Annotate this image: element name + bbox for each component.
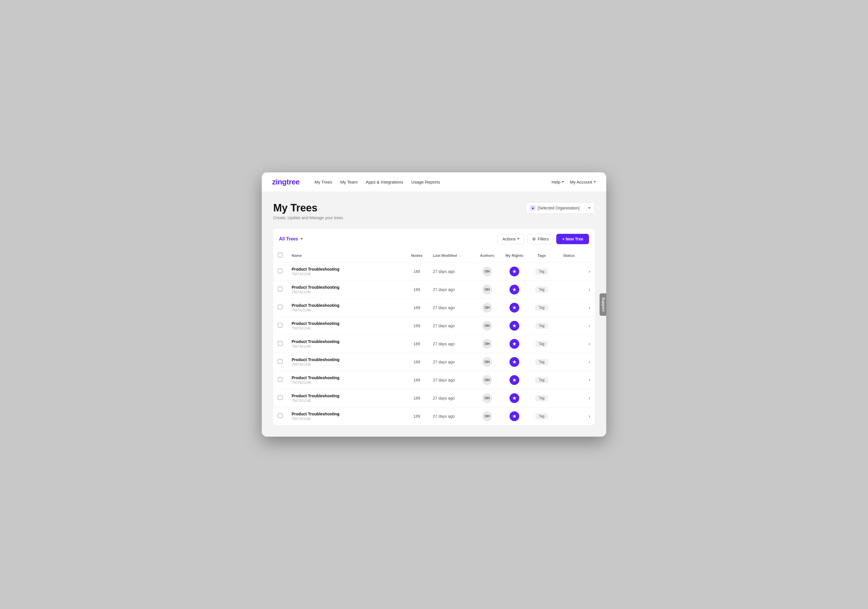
tag-badge: Tag <box>535 286 548 293</box>
star-badge: ★ <box>510 285 519 294</box>
tree-name: Product Troubleshooting <box>291 267 401 272</box>
star-badge: ★ <box>510 393 519 403</box>
help-label: Help <box>552 180 561 185</box>
table-row[interactable]: Product Troubleshooting 7567421246 189 2… <box>273 298 595 317</box>
filters-button[interactable]: ⚙ Filters <box>527 234 553 244</box>
row-last-modified: 27 days ago <box>428 298 474 317</box>
row-nodes: 189 <box>405 335 428 353</box>
row-checkbox-cell <box>273 389 287 407</box>
nav-link-usage-reports[interactable]: Usage Reports <box>411 180 440 185</box>
row-chevron[interactable]: › <box>583 298 595 317</box>
row-rights: ★ <box>500 298 529 317</box>
main-content: My Trees Create, Update and Manage your … <box>262 192 606 437</box>
row-chevron[interactable]: › <box>583 389 595 407</box>
row-tags: Tag <box>529 371 555 389</box>
row-chevron[interactable]: › <box>583 335 595 353</box>
nav-link-apps-integrations[interactable]: Apps & Integrations <box>366 180 403 185</box>
row-authors: OH <box>474 371 500 389</box>
row-status <box>555 317 583 335</box>
star-badge: ★ <box>510 339 519 349</box>
row-chevron[interactable]: › <box>583 353 595 371</box>
table-row[interactable]: Product Troubleshooting 7567421246 189 2… <box>273 353 595 371</box>
table-row[interactable]: Product Troubleshooting 7567421246 189 2… <box>273 317 595 335</box>
col-authors: Authors <box>474 249 500 263</box>
row-rights: ★ <box>500 280 529 298</box>
table-row[interactable]: Product Troubleshooting 7567421246 189 2… <box>273 335 595 353</box>
all-trees-button[interactable]: All Trees <box>279 236 303 242</box>
app-window: zingtree My Trees My Team Apps & Integra… <box>262 172 606 437</box>
author-badge: OH <box>482 339 492 349</box>
nav-link-my-trees[interactable]: My Trees <box>315 180 332 185</box>
org-chevron-icon <box>588 207 591 209</box>
new-tree-button[interactable]: + New Tree <box>556 234 589 244</box>
col-check <box>273 249 287 263</box>
row-checkbox-8[interactable] <box>278 413 282 418</box>
table-container: All Trees Actions ⚙ Filters + New Tree <box>273 229 595 425</box>
table-row[interactable]: Product Troubleshooting 7567421246 189 2… <box>273 371 595 389</box>
row-checkbox-2[interactable] <box>278 305 282 309</box>
row-checkbox-1[interactable] <box>278 287 282 291</box>
tree-id: 7567421246 <box>291 399 401 403</box>
row-checkbox-7[interactable] <box>278 395 282 400</box>
row-authors: OH <box>474 262 500 280</box>
tag-badge: Tag <box>535 413 548 419</box>
col-last-modified[interactable]: Last Modified ↓ <box>428 249 474 263</box>
row-name-cell: Product Troubleshooting 7567421246 <box>287 262 405 280</box>
row-checkbox-5[interactable] <box>278 359 282 364</box>
row-name-cell: Product Troubleshooting 7567421246 <box>287 389 405 407</box>
row-chevron[interactable]: › <box>583 407 595 425</box>
table-row[interactable]: Product Troubleshooting 7567421246 189 2… <box>273 280 595 298</box>
row-checkbox-cell <box>273 262 287 280</box>
author-badge: OH <box>482 357 492 367</box>
actions-label: Actions <box>502 237 516 241</box>
author-badge: OH <box>482 285 492 294</box>
all-trees-chevron-icon <box>301 238 303 239</box>
col-name: Name <box>287 249 405 263</box>
help-button[interactable]: Help <box>552 180 564 185</box>
select-all-checkbox[interactable] <box>278 253 282 257</box>
actions-button[interactable]: Actions <box>498 234 524 244</box>
my-account-chevron-icon <box>594 181 596 183</box>
table-row[interactable]: Product Troubleshooting 7567421246 189 2… <box>273 262 595 280</box>
row-tags: Tag <box>529 335 555 353</box>
row-rights: ★ <box>500 262 529 280</box>
support-tab[interactable]: Support <box>599 293 606 316</box>
page-subtitle: Create, Update and Manage your trees. <box>273 216 344 220</box>
tree-id: 7567421246 <box>291 381 401 385</box>
tree-id: 7567421246 <box>291 308 401 312</box>
table-row[interactable]: Product Troubleshooting 7567421246 189 2… <box>273 407 595 425</box>
row-chevron[interactable]: › <box>583 317 595 335</box>
row-authors: OH <box>474 317 500 335</box>
tag-badge: Tag <box>535 268 548 275</box>
row-nodes: 189 <box>405 317 428 335</box>
row-last-modified: 27 days ago <box>428 389 474 407</box>
row-chevron[interactable]: › <box>583 280 595 298</box>
row-nodes: 189 <box>405 407 428 425</box>
tree-id: 7567421246 <box>291 417 401 421</box>
nav-link-my-team[interactable]: My Team <box>340 180 358 185</box>
page-header: My Trees Create, Update and Manage your … <box>273 202 595 220</box>
row-checkbox-0[interactable] <box>278 269 282 273</box>
star-badge: ★ <box>510 267 519 277</box>
row-checkbox-6[interactable] <box>278 377 282 382</box>
help-chevron-icon <box>562 181 564 183</box>
org-icon: ■ <box>530 205 535 211</box>
org-selector[interactable]: ■ [Selected Organization] <box>526 202 595 214</box>
row-tags: Tag <box>529 262 555 280</box>
tag-badge: Tag <box>535 359 548 365</box>
table-row[interactable]: Product Troubleshooting 7567421246 189 2… <box>273 389 595 407</box>
row-checkbox-4[interactable] <box>278 341 282 346</box>
toolbar-actions: Actions ⚙ Filters + New Tree <box>498 234 589 244</box>
row-chevron[interactable]: › <box>583 262 595 280</box>
row-rights: ★ <box>500 389 529 407</box>
row-chevron[interactable]: › <box>583 371 595 389</box>
col-status: Status <box>555 249 583 263</box>
toolbar: All Trees Actions ⚙ Filters + New Tree <box>273 229 595 244</box>
my-account-button[interactable]: My Account <box>570 180 596 185</box>
row-name-cell: Product Troubleshooting 7567421246 <box>287 335 405 353</box>
row-checkbox-cell <box>273 407 287 425</box>
logo-text: zingtree <box>272 177 300 186</box>
row-checkbox-3[interactable] <box>278 323 282 328</box>
row-status <box>555 298 583 317</box>
row-checkbox-cell <box>273 353 287 371</box>
